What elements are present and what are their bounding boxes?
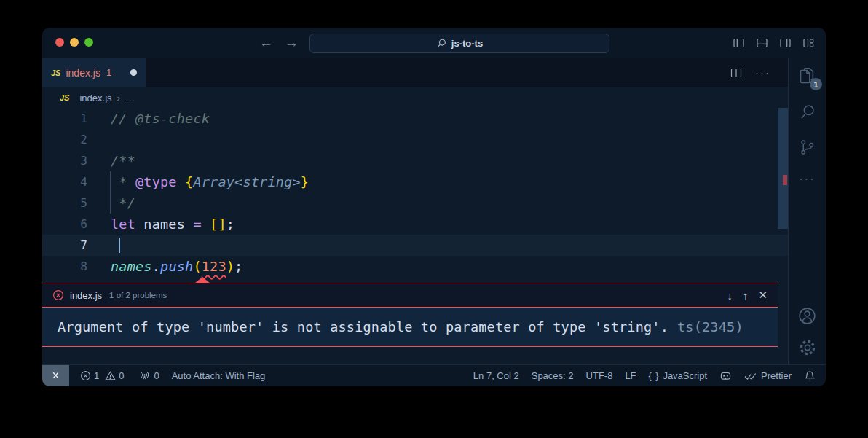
source-control-icon bbox=[798, 138, 816, 157]
error-message-text: Argument of type 'number' is not assigna… bbox=[58, 319, 668, 335]
problems-peek-view: index.js 1 of 2 problems ↓ ↑ ✕ Argument … bbox=[42, 283, 778, 347]
code-text: names.push(123); bbox=[111, 259, 242, 274]
toggle-primary-sidebar-icon[interactable] bbox=[733, 37, 745, 49]
minimize-window-button[interactable] bbox=[70, 38, 79, 47]
title-bar: ← → js-to-ts bbox=[42, 28, 826, 58]
bell-icon bbox=[804, 370, 816, 382]
navigate-back-button[interactable]: ← bbox=[259, 35, 273, 51]
navigate-forward-button[interactable]: → bbox=[285, 35, 299, 51]
accounts-item[interactable] bbox=[797, 306, 817, 326]
auto-attach-status[interactable]: Auto Attach: With Flag bbox=[172, 370, 266, 381]
text-cursor bbox=[119, 238, 120, 253]
code-line[interactable]: 3/** bbox=[42, 150, 788, 171]
peek-pointer bbox=[194, 277, 210, 283]
remote-icon bbox=[50, 370, 61, 381]
command-center-search[interactable]: js-to-ts bbox=[309, 34, 609, 53]
settings-item[interactable] bbox=[797, 337, 818, 358]
overview-ruler-error-mark bbox=[783, 175, 787, 185]
zoom-window-button[interactable] bbox=[84, 38, 93, 47]
gear-icon bbox=[797, 337, 818, 358]
code-line[interactable]: 5 */ bbox=[42, 192, 788, 214]
traffic-lights bbox=[55, 38, 93, 47]
unsaved-changes-icon[interactable] bbox=[130, 69, 137, 76]
ports-status[interactable]: 0 bbox=[139, 370, 159, 381]
more-actions-icon[interactable]: ··· bbox=[755, 66, 770, 79]
breadcrumb-file[interactable]: index.js bbox=[79, 93, 111, 103]
tab-bar: JS index.js 1 ··· bbox=[42, 58, 788, 87]
code-line[interactable]: 4 * @type {Array<string>} bbox=[42, 171, 788, 192]
toggle-secondary-sidebar-icon[interactable] bbox=[779, 37, 792, 49]
formatter-status[interactable]: Prettier bbox=[744, 370, 792, 381]
line-number[interactable]: 5 bbox=[42, 196, 87, 210]
close-peek-button[interactable]: ✕ bbox=[758, 289, 768, 302]
tab-label: index.js bbox=[66, 67, 100, 79]
eol-status[interactable]: LF bbox=[625, 370, 636, 381]
close-window-button[interactable] bbox=[55, 38, 64, 47]
error-icon bbox=[52, 289, 64, 301]
activity-bar: 1 ··· bbox=[788, 58, 826, 364]
additional-views-item[interactable]: ··· bbox=[800, 173, 816, 186]
breadcrumb: JS index.js › … bbox=[42, 87, 788, 108]
status-bar: 1 0 0 Auto Attach: With Flag Ln 7, Col 2… bbox=[42, 364, 826, 386]
breadcrumb-symbol[interactable]: … bbox=[125, 93, 135, 103]
line-number[interactable]: 8 bbox=[42, 259, 87, 273]
line-number[interactable]: 2 bbox=[42, 133, 87, 146]
split-editor-icon[interactable] bbox=[730, 67, 742, 79]
error-code[interactable]: ts(2345) bbox=[677, 319, 743, 335]
sidebar-item-search[interactable] bbox=[798, 103, 817, 122]
code-editor[interactable]: 1// @ts-check23/**4 * @type {Array<strin… bbox=[42, 108, 788, 364]
code-line[interactable]: 1// @ts-check bbox=[42, 108, 788, 129]
breadcrumb-separator: › bbox=[117, 93, 120, 103]
code-text: * @type {Array<string>} bbox=[111, 174, 309, 189]
braces-icon: { } bbox=[649, 371, 660, 381]
code-text: */ bbox=[111, 195, 135, 211]
vscode-window: ← → js-to-ts bbox=[42, 28, 826, 386]
sidebar-item-explorer[interactable]: 1 bbox=[797, 66, 817, 87]
editor-group: JS index.js 1 ··· JS index.js › … bbox=[42, 58, 788, 364]
scrollbar-slider[interactable] bbox=[778, 108, 788, 229]
line-number[interactable]: 6 bbox=[42, 217, 87, 231]
javascript-file-icon: JS bbox=[51, 69, 60, 77]
ports-count: 0 bbox=[154, 370, 159, 381]
editor-scrollbar[interactable] bbox=[778, 108, 788, 364]
javascript-file-icon: JS bbox=[60, 93, 69, 102]
line-number[interactable]: 7 bbox=[42, 238, 87, 252]
radio-tower-icon bbox=[139, 370, 150, 381]
error-count: 1 bbox=[94, 370, 99, 381]
tab-index-js[interactable]: JS index.js 1 bbox=[42, 58, 146, 87]
toggle-panel-icon[interactable] bbox=[756, 37, 768, 49]
indentation-status[interactable]: Spaces: 2 bbox=[532, 370, 574, 381]
copilot-icon bbox=[719, 369, 732, 382]
notifications-status[interactable] bbox=[804, 370, 816, 382]
peek-error-message[interactable]: Argument of type 'number' is not assigna… bbox=[42, 308, 778, 347]
line-number[interactable]: 3 bbox=[42, 154, 87, 168]
customize-layout-icon[interactable] bbox=[802, 37, 815, 49]
errors-icon bbox=[80, 370, 91, 381]
sidebar-item-source-control[interactable] bbox=[798, 138, 816, 157]
code-line[interactable]: 7 bbox=[42, 235, 788, 256]
language-mode-status[interactable]: { } JavaScript bbox=[649, 370, 708, 381]
line-number[interactable]: 4 bbox=[42, 175, 87, 189]
peek-problem-counter: 1 of 2 problems bbox=[109, 291, 167, 300]
code-text: // @ts-check bbox=[111, 111, 210, 126]
code-line[interactable]: 2 bbox=[42, 129, 788, 150]
remote-indicator[interactable] bbox=[42, 365, 69, 386]
problems-status[interactable]: 1 0 bbox=[80, 370, 127, 381]
code-text: let names = []; bbox=[111, 216, 234, 232]
tab-problem-count: 1 bbox=[106, 67, 111, 78]
previous-problem-button[interactable]: ↑ bbox=[743, 289, 749, 302]
peek-file: index.js bbox=[70, 290, 102, 301]
cursor-position-status[interactable]: Ln 7, Col 2 bbox=[473, 370, 519, 381]
warnings-icon bbox=[105, 370, 116, 381]
code-text: /** bbox=[111, 153, 135, 168]
double-check-icon bbox=[744, 371, 757, 381]
code-line[interactable]: 8names.push(123); bbox=[42, 256, 788, 277]
next-problem-button[interactable]: ↓ bbox=[727, 289, 733, 302]
code-line[interactable]: 6let names = []; bbox=[42, 214, 788, 235]
encoding-status[interactable]: UTF-8 bbox=[586, 370, 613, 381]
copilot-status[interactable] bbox=[719, 369, 732, 382]
peek-header: index.js 1 of 2 problems ↓ ↑ ✕ bbox=[42, 283, 778, 308]
line-number[interactable]: 1 bbox=[42, 112, 87, 125]
code-text bbox=[111, 238, 120, 253]
code-lines: 1// @ts-check23/**4 * @type {Array<strin… bbox=[42, 108, 788, 277]
